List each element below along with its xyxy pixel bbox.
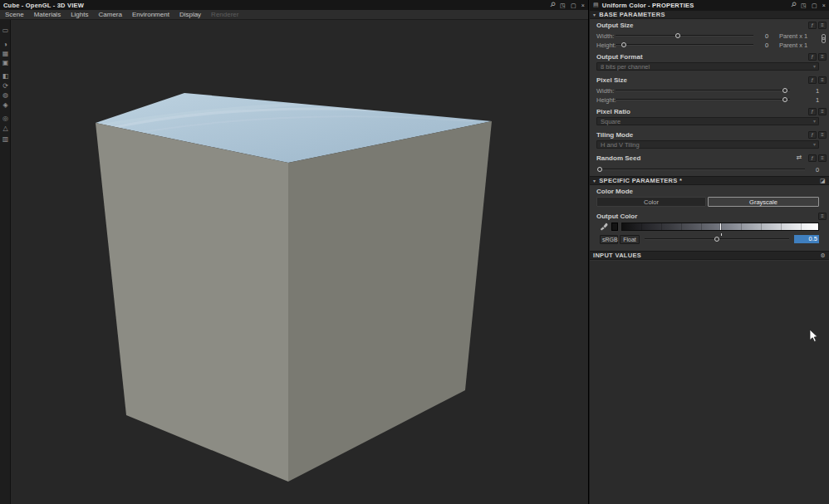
3d-view-title: Cube - OpenGL - 3D VIEW <box>3 2 84 9</box>
fx-button[interactable]: ƒ <box>808 76 817 84</box>
pixel-ratio-dropdown[interactable]: Square ▾ <box>596 117 819 125</box>
slider-handle[interactable] <box>714 237 719 242</box>
grayscale-gradient-strip[interactable] <box>621 223 819 231</box>
float-button[interactable]: Float <box>620 235 640 244</box>
pixel-ratio-value: Square <box>601 118 621 125</box>
menu-camera[interactable]: Camera <box>94 11 127 18</box>
output-size-width-value[interactable]: 0 <box>765 32 768 40</box>
menu-scene[interactable]: Scene <box>0 11 29 18</box>
maximize-icon[interactable]: ▢ <box>571 2 576 8</box>
output-size-height-value[interactable]: 0 <box>765 42 768 49</box>
axis-tool-icon[interactable]: △ <box>0 125 11 132</box>
cube-render <box>11 20 589 504</box>
gradient-marker <box>720 223 721 230</box>
output-color-value-field[interactable]: 0.5 <box>794 235 819 243</box>
pin-icon[interactable]: ⚲ <box>548 1 557 9</box>
options-button[interactable]: ≡ <box>818 22 827 29</box>
output-size-width-mode[interactable]: Parent x 1 <box>779 32 807 40</box>
3d-viewport[interactable] <box>11 20 588 504</box>
gear-icon[interactable]: ⚙ <box>820 252 826 259</box>
pixel-size-height-value[interactable]: 1 <box>816 96 819 104</box>
slider-handle[interactable] <box>621 42 626 47</box>
pixel-size-label: Pixel Size <box>596 76 627 84</box>
properties-panel: ▤ Uniform Color - PROPERTIES ⚲ ◳ ▢ × ▾ B… <box>590 0 829 504</box>
options-button[interactable]: ≡ <box>818 53 827 61</box>
slider-track <box>616 44 753 46</box>
slider-track <box>597 169 805 170</box>
slider-handle[interactable] <box>597 167 602 172</box>
options-button[interactable]: ≡ <box>818 108 827 115</box>
options-button[interactable]: ≡ <box>818 76 827 84</box>
output-size-label: Output Size <box>596 22 633 29</box>
fx-button[interactable]: ƒ <box>808 22 817 29</box>
base-parameters-header[interactable]: ▾ BASE PARAMETERS <box>590 10 829 19</box>
output-color-value-slider[interactable] <box>645 235 789 243</box>
eyedropper-icon[interactable] <box>600 223 608 232</box>
output-color-picker-row <box>590 223 829 232</box>
maximize-icon[interactable]: ▢ <box>812 2 817 8</box>
fx-button[interactable]: ƒ <box>808 53 817 61</box>
color-mode-label-row: Color Mode <box>590 188 829 197</box>
output-format-dropdown[interactable]: 8 bits per channel ▾ <box>596 62 819 71</box>
select-tool-icon[interactable]: ▭ <box>0 27 11 34</box>
pixel-ratio-label: Pixel Ratio <box>596 108 630 115</box>
pin-icon[interactable]: ⚲ <box>789 1 797 9</box>
application-window: Cube - OpenGL - 3D VIEW ⚲ ◳ ▢ × Scene Ma… <box>0 0 829 504</box>
options-button[interactable]: ≡ <box>818 131 827 139</box>
environment-tool-icon[interactable]: ◍ <box>0 91 11 99</box>
preset-icon[interactable]: ◪ <box>820 178 826 184</box>
menu-lights[interactable]: Lights <box>66 11 93 18</box>
color-mode-grayscale-button[interactable]: Grayscale <box>708 197 819 207</box>
pixel-size-width-row: Width: 1 <box>590 86 829 95</box>
dropdown-arrow-icon: ▾ <box>813 63 816 71</box>
color-mode-color-button[interactable]: Color <box>596 197 706 207</box>
slider-handle[interactable] <box>675 33 680 38</box>
random-seed-label: Random Seed <box>596 154 640 162</box>
output-size-height-row: Height: 0 Parent x 1 <box>590 41 829 50</box>
tiling-mode-dropdown[interactable]: H and V Tiling ▾ <box>596 140 819 149</box>
output-size-height-mode[interactable]: Parent x 1 <box>779 42 807 49</box>
slider-track <box>616 90 790 91</box>
tiling-mode-label: Tiling Mode <box>596 131 633 139</box>
float-icon[interactable]: ◳ <box>560 2 566 8</box>
options-button[interactable]: ≡ <box>818 154 827 162</box>
menu-environment[interactable]: Environment <box>127 11 174 18</box>
mouse-cursor <box>809 329 819 344</box>
light-tool-icon[interactable]: ◑ <box>0 41 11 48</box>
menu-materials[interactable]: Materials <box>29 11 66 18</box>
options-button[interactable]: ≡ <box>818 213 827 220</box>
pixel-size-height-slider[interactable] <box>616 95 790 104</box>
specific-parameters-header[interactable]: ▾ SPECIFIC PARAMETERS * ◪ <box>590 176 829 185</box>
slider-handle[interactable] <box>782 88 787 93</box>
fx-button[interactable]: ƒ <box>808 131 817 139</box>
random-seed-slider[interactable] <box>597 165 805 174</box>
output-size-height-slider[interactable] <box>616 41 753 49</box>
shape-tool-icon[interactable]: ▣ <box>0 59 11 66</box>
input-values-header[interactable]: INPUT VALUES ⚙ <box>590 251 829 260</box>
link-icon[interactable] <box>822 34 826 43</box>
pixel-size-width-slider[interactable] <box>616 86 790 95</box>
float-icon[interactable]: ◳ <box>801 2 807 8</box>
shuffle-icon[interactable]: ⇄ <box>795 154 803 162</box>
menu-display[interactable]: Display <box>174 11 206 18</box>
pixel-size-width-value[interactable]: 1 <box>816 87 819 95</box>
random-seed-value[interactable]: 0 <box>816 166 819 174</box>
output-size-width-slider[interactable] <box>616 32 753 40</box>
rotate-tool-icon[interactable]: ⟳ <box>0 82 11 90</box>
dropdown-arrow-icon: ▾ <box>813 141 816 149</box>
slider-handle[interactable] <box>782 97 787 102</box>
specific-parameters-title: SPECIFIC PARAMETERS * <box>599 177 682 184</box>
srgb-button[interactable]: sRGB <box>600 235 618 244</box>
stats-tool-icon[interactable]: ▥ <box>0 135 11 143</box>
view-tool-icon[interactable]: ◎ <box>0 115 11 122</box>
image-tool-icon[interactable]: ▦ <box>0 50 11 57</box>
fx-button[interactable]: ƒ <box>808 154 817 162</box>
color-swatch[interactable] <box>611 223 618 231</box>
3d-view-window: Cube - OpenGL - 3D VIEW ⚲ ◳ ▢ × Scene Ma… <box>0 0 589 504</box>
output-size-label-row: Output Size ƒ ≡ <box>590 22 829 31</box>
close-icon[interactable]: × <box>581 2 585 8</box>
close-icon[interactable]: × <box>822 2 826 8</box>
mesh-tool-icon[interactable]: ◈ <box>0 101 11 109</box>
fx-button[interactable]: ƒ <box>808 108 817 115</box>
material-tool-icon[interactable]: ◧ <box>0 72 11 80</box>
